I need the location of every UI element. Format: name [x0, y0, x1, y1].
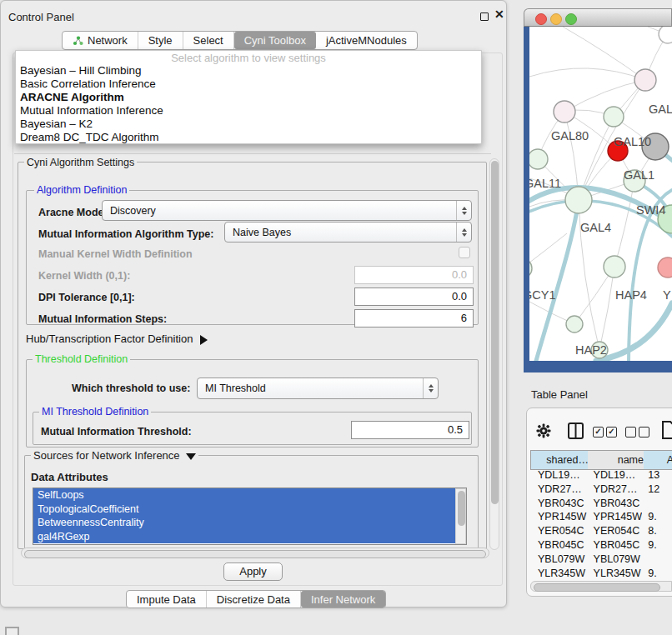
network-edge[interactable]	[529, 68, 645, 80]
minimize-traffic-icon[interactable]	[550, 13, 562, 25]
network-node[interactable]	[529, 149, 548, 169]
data-attribute-item[interactable]: BetweennessCentrality	[33, 516, 466, 530]
tab-network[interactable]: Network	[63, 32, 138, 49]
scrollbar-thumb[interactable]	[24, 550, 486, 558]
tab-label: Select	[193, 34, 223, 47]
network-edge[interactable]	[529, 233, 567, 268]
file-icon[interactable]	[661, 421, 672, 439]
table-body[interactable]: YDL19…YDL19…13YDR27…YDR27…12YBR043CYBR04…	[530, 468, 672, 581]
network-edge-highlighted[interactable]	[536, 200, 579, 361]
attr-list-scrollbar[interactable]	[455, 488, 466, 544]
aracne-mode-select[interactable]: Discovery	[102, 200, 472, 221]
unchecked-checkbox-icon[interactable]	[639, 427, 649, 438]
mi-threshold-label: Mutual Information Threshold:	[41, 426, 192, 438]
algorithm-option[interactable]: Mutual Information Inference	[16, 104, 481, 118]
cyni-bottom-tabbar: Impute DataDiscretize DataInfer Network	[126, 590, 386, 608]
table-row[interactable]: YBL079WYBL079W	[530, 552, 672, 567]
table-hscrollbar[interactable]	[530, 581, 672, 592]
aracne-mode-value: Discovery	[103, 205, 456, 217]
table-row[interactable]: YBR043CYBR043C	[530, 497, 672, 511]
column-header-partial[interactable]: A	[644, 450, 672, 470]
gear-icon[interactable]	[536, 423, 551, 438]
data-attribute-item[interactable]: gal4RGexp	[33, 530, 466, 544]
divider	[14, 153, 491, 154]
table-row[interactable]: YER054CYER054C8.	[530, 524, 672, 538]
settings-vscrollbar[interactable]	[489, 158, 499, 550]
table-row[interactable]: YBR045CYBR045C9.	[530, 538, 672, 552]
zoom-traffic-icon[interactable]	[565, 13, 577, 25]
network-edge[interactable]	[599, 267, 614, 350]
network-canvas[interactable]: GALGAL80GAL10GAL1GAL11SWI4GAL4GCY1HAP4YH…	[529, 27, 672, 361]
settings-hscrollbar[interactable]	[21, 548, 489, 558]
split-columns-icon[interactable]	[568, 422, 584, 439]
tab-label: Impute Data	[137, 593, 196, 606]
network-node[interactable]	[604, 107, 624, 127]
algorithm-option[interactable]: ARACNE Algorithm	[16, 91, 481, 104]
tab-label: Network	[88, 34, 128, 47]
table-row[interactable]: YLR345WYLR345W9.	[530, 567, 672, 581]
scrollbar-thumb[interactable]	[491, 161, 499, 504]
tab-cyni-toolbox[interactable]: Cyni Toolbox	[234, 32, 316, 49]
close-icon[interactable]: ✕	[494, 8, 504, 21]
mi-steps-field[interactable]: 6	[354, 309, 474, 328]
network-edge[interactable]	[563, 27, 645, 80]
data-attribute-item[interactable]: TopologicalCoefficient	[33, 502, 466, 517]
network-node[interactable]	[634, 69, 656, 91]
data-attribute-item[interactable]: SelfLoops	[33, 488, 466, 502]
hub-definition-toggle[interactable]: Hub/Transcription Factor Definition	[26, 332, 208, 345]
tab-impute-data[interactable]: Impute Data	[127, 591, 207, 608]
data-attributes-list[interactable]: SelfLoopsTopologicalCoefficientBetweenne…	[33, 488, 467, 545]
network-node[interactable]	[659, 27, 672, 43]
table-cell: YPR145W	[530, 510, 588, 524]
data-attributes-label: Data Attributes	[31, 471, 108, 483]
manual-kernel-width-checkbox[interactable]	[459, 247, 470, 258]
network-node[interactable]	[554, 101, 575, 122]
checked-checkbox-icon[interactable]: ✓	[593, 427, 604, 438]
network-node[interactable]	[566, 316, 583, 332]
column-header-shared-name[interactable]: shared…	[530, 450, 595, 470]
network-node[interactable]	[565, 187, 592, 213]
algorithm-option[interactable]: Dream8 DC_TDC Algorithm	[16, 131, 481, 144]
which-threshold-select[interactable]: MI Threshold	[197, 378, 439, 399]
mi-algorithm-type-select[interactable]: Naive Bayes	[224, 222, 472, 242]
mi-algorithm-type-label: Mutual Information Algorithm Type:	[38, 228, 213, 240]
table-cell: YDR27…	[530, 482, 588, 497]
scrollbar-thumb[interactable]	[534, 583, 660, 592]
kernel-width-label: Kernel Width (0,1):	[38, 270, 130, 282]
apply-button[interactable]: Apply	[223, 562, 283, 581]
mi-threshold-field[interactable]: 0.5	[351, 421, 469, 439]
sources-title: Sources for Network Inference	[33, 449, 180, 462]
network-window-titlebar[interactable]	[524, 8, 672, 27]
table-cell: YBR043C	[530, 497, 588, 511]
tab-infer-network[interactable]: Infer Network	[301, 591, 385, 608]
network-edge[interactable]	[564, 80, 645, 112]
tab-jactivemnodules[interactable]: jActiveMNodules	[316, 32, 417, 49]
float-window-icon[interactable]	[480, 12, 489, 21]
sources-toggle[interactable]: Sources for Network Inference	[31, 449, 198, 462]
minimized-widget[interactable]	[5, 627, 19, 635]
close-traffic-icon[interactable]	[535, 13, 547, 25]
algorithm-dropdown-popup: Select algorithm to view settings Bayesi…	[15, 50, 482, 144]
algorithm-definition-title: Algorithm Definition	[34, 184, 129, 196]
network-node[interactable]	[604, 256, 625, 278]
checked-checkbox-icon[interactable]: ✓	[606, 427, 617, 438]
unchecked-checkbox-icon[interactable]	[625, 427, 636, 438]
algorithm-option[interactable]: Bayesian – Hill Climbing	[16, 64, 481, 78]
tab-style[interactable]: Style	[138, 32, 183, 49]
dpi-tolerance-field[interactable]: 0.0	[354, 288, 474, 306]
table-row[interactable]: YDR27…YDR27…12	[530, 482, 672, 497]
algorithm-option[interactable]: Bayesian – K2	[16, 118, 481, 131]
column-header-name[interactable]: name	[588, 450, 652, 470]
tab-discretize-data[interactable]: Discretize Data	[207, 591, 301, 608]
network-node[interactable]	[658, 258, 672, 278]
table-row[interactable]: YDL19…YDL19…13	[530, 468, 672, 482]
table-cell: YER054C	[588, 524, 643, 538]
table-cell: YBR043C	[588, 497, 643, 511]
scrollbar-thumb[interactable]	[458, 491, 465, 526]
table-cell: YBR045C	[530, 538, 588, 552]
table-row[interactable]: YPR145WYPR145W9.	[530, 510, 672, 524]
network-graph[interactable]: GALGAL80GAL10GAL1GAL11SWI4GAL4GCY1HAP4YH…	[529, 27, 672, 361]
algorithm-option[interactable]: Basic Correlation Inference	[16, 78, 481, 91]
tab-select[interactable]: Select	[183, 32, 234, 49]
node-label: GAL4	[580, 221, 611, 234]
